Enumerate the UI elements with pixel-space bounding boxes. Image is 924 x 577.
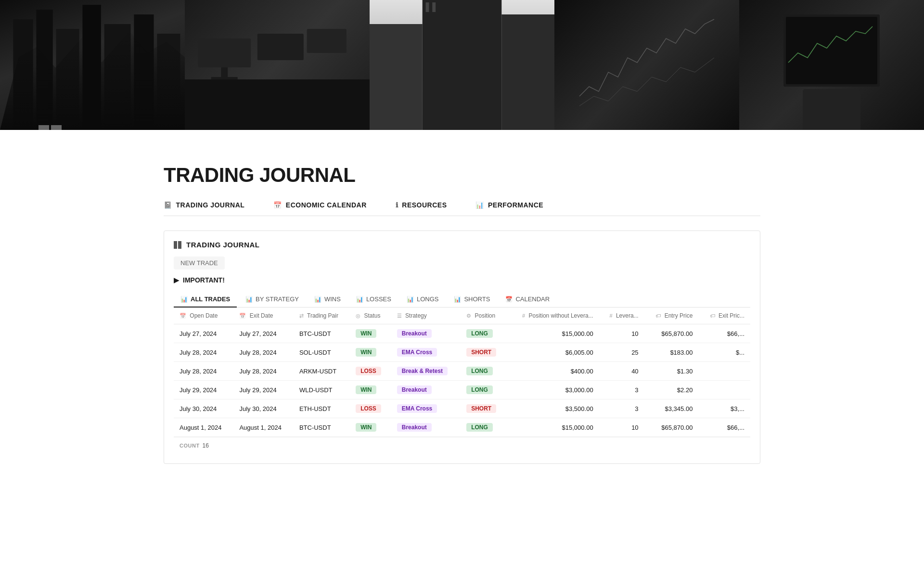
tab-all-trades[interactable]: 📊 ALL TRADES xyxy=(174,292,237,308)
svg-rect-13 xyxy=(423,0,502,130)
cell-leverage-2: 40 xyxy=(599,362,644,381)
nav-label-journal: TRADING JOURNAL xyxy=(176,201,245,209)
svg-rect-20 xyxy=(803,89,860,130)
cell-leverage-3: 3 xyxy=(599,381,644,399)
cell-strategy-5: Breakout xyxy=(391,418,461,437)
hero-panel-5 xyxy=(739,0,924,130)
col-exit-price[interactable]: 🏷 Exit Pric... xyxy=(698,308,750,324)
cell-status-0: WIN xyxy=(350,324,391,343)
cell-status-4: LOSS xyxy=(350,399,391,418)
triangle-icon: ▶ xyxy=(174,276,179,284)
cell-open-date-1: July 28, 2024 xyxy=(174,343,233,362)
svg-rect-12 xyxy=(185,79,370,130)
tab-by-strategy[interactable]: 📊 BY STRATEGY xyxy=(239,292,306,308)
tab-label-calendar: CALENDAR xyxy=(515,295,550,303)
tab-shorts[interactable]: 📊 SHORTS xyxy=(447,292,497,308)
cell-exit-price-5: $66,... xyxy=(698,418,750,437)
new-trade-button[interactable]: NEW TRADE xyxy=(174,256,225,269)
cell-status-1: WIN xyxy=(350,343,391,362)
nav-item-economic-calendar[interactable]: 📅 ECONOMIC CALENDAR xyxy=(273,201,366,216)
important-row[interactable]: ▶ IMPORTANT! xyxy=(174,276,750,284)
cell-trading-pair-1: SOL-USDT xyxy=(294,343,350,362)
tab-wins[interactable]: 📊 WINS xyxy=(308,292,347,308)
nav-icon-calendar: 📅 xyxy=(273,201,282,209)
cell-leverage-5: 10 xyxy=(599,418,644,437)
col-icon-leverage: # xyxy=(609,313,612,319)
cell-status-5: WIN xyxy=(350,418,391,437)
tab-label-all-trades: ALL TRADES xyxy=(191,295,230,303)
cell-trading-pair-5: BTC-USDT xyxy=(294,418,350,437)
col-icon-exit-price: 🏷 xyxy=(710,313,715,319)
col-position[interactable]: ⚙ Position xyxy=(461,308,507,324)
count-label: COUNT xyxy=(180,443,200,449)
table-row[interactable]: August 1, 2024 August 1, 2024 BTC-USDT W… xyxy=(174,418,750,437)
cell-strategy-4: EMA Cross xyxy=(391,399,461,418)
col-strategy[interactable]: ☰ Strategy xyxy=(391,308,461,324)
cell-entry-price-5: $65,870.00 xyxy=(644,418,699,437)
svg-rect-5 xyxy=(134,14,154,130)
tab-icon-calendar: 📅 xyxy=(505,296,513,303)
new-trade-label: NEW TRADE xyxy=(180,259,218,267)
page-content: TRADING JOURNAL 📓 TRADING JOURNAL 📅 ECON… xyxy=(125,130,799,483)
table-row[interactable]: July 30, 2024 July 30, 2024 ETH-USDT LOS… xyxy=(174,399,750,418)
cell-entry-price-3: $2.20 xyxy=(644,381,699,399)
col-icon-status: ◎ xyxy=(356,313,360,319)
cell-pos-wo-lev-2: $400.00 xyxy=(507,362,599,381)
cell-exit-date-5: August 1, 2024 xyxy=(233,418,293,437)
cell-pos-wo-lev-3: $3,000.00 xyxy=(507,381,599,399)
svg-rect-9 xyxy=(211,77,238,79)
svg-rect-11 xyxy=(307,29,346,53)
table-row[interactable]: July 28, 2024 July 28, 2024 SOL-USDT WIN… xyxy=(174,343,750,362)
cell-exit-price-0: $66,... xyxy=(698,324,750,343)
svg-rect-4 xyxy=(104,24,131,130)
col-status[interactable]: ◎ Status xyxy=(350,308,391,324)
journal-header: TRADING JOURNAL xyxy=(174,241,750,249)
nav-item-trading-journal[interactable]: 📓 TRADING JOURNAL xyxy=(164,201,244,216)
cell-exit-date-1: July 28, 2024 xyxy=(233,343,293,362)
tab-icon-wins: 📊 xyxy=(314,296,321,303)
col-entry-price[interactable]: 🏷 Entry Price xyxy=(644,308,699,324)
table-row[interactable]: July 29, 2024 July 29, 2024 WLD-USDT WIN… xyxy=(174,381,750,399)
cell-position-2: LONG xyxy=(461,362,507,381)
col-icon-entry-price: 🏷 xyxy=(655,313,661,319)
cell-strategy-3: Breakout xyxy=(391,381,461,399)
table-row[interactable]: July 27, 2024 July 27, 2024 BTC-USDT WIN… xyxy=(174,324,750,343)
tab-losses[interactable]: 📊 LOSSES xyxy=(349,292,398,308)
nav-icon-journal: 📓 xyxy=(164,201,172,209)
nav-label-calendar: ECONOMIC CALENDAR xyxy=(286,201,367,209)
count-value: 16 xyxy=(203,442,209,449)
tab-label-by-strategy: BY STRATEGY xyxy=(256,295,299,303)
hero-panel-4 xyxy=(554,0,739,130)
cell-position-1: SHORT xyxy=(461,343,507,362)
hero-panel-2 xyxy=(185,0,370,130)
col-exit-date[interactable]: 📅 Exit Date xyxy=(233,308,293,324)
cell-pos-wo-lev-5: $15,000.00 xyxy=(507,418,599,437)
tab-icon-shorts: 📊 xyxy=(454,296,461,303)
cell-open-date-5: August 1, 2024 xyxy=(174,418,233,437)
cell-entry-price-0: $65,870.00 xyxy=(644,324,699,343)
svg-rect-8 xyxy=(221,67,228,77)
table-row[interactable]: July 28, 2024 July 28, 2024 ARKM-USDT LO… xyxy=(174,362,750,381)
tab-calendar[interactable]: 📅 CALENDAR xyxy=(499,292,556,308)
tabs-container: 📊 ALL TRADES 📊 BY STRATEGY 📊 WINS 📊 LOSS… xyxy=(174,292,750,308)
hero-panel-3 xyxy=(370,0,554,130)
cell-entry-price-4: $3,345.00 xyxy=(644,399,699,418)
cell-position-4: SHORT xyxy=(461,399,507,418)
cell-open-date-3: July 29, 2024 xyxy=(174,381,233,399)
tab-longs[interactable]: 📊 LONGS xyxy=(400,292,446,308)
col-open-date[interactable]: 📅 Open Date xyxy=(174,308,233,324)
col-icon-open-date: 📅 xyxy=(180,313,186,319)
col-leverage[interactable]: # Levera... xyxy=(599,308,644,324)
col-icon-strategy: ☰ xyxy=(397,313,402,319)
cell-entry-price-1: $183.00 xyxy=(644,343,699,362)
svg-rect-3 xyxy=(82,5,101,130)
col-position-wo-leverage[interactable]: # Position without Levera... xyxy=(507,308,599,324)
cell-trading-pair-2: ARKM-USDT xyxy=(294,362,350,381)
col-trading-pair[interactable]: ⇄ Trading Pair xyxy=(294,308,350,324)
cell-position-3: LONG xyxy=(461,381,507,399)
nav-item-performance[interactable]: 📊 PERFORMANCE xyxy=(475,201,543,216)
cell-exit-date-2: July 28, 2024 xyxy=(233,362,293,381)
cell-leverage-0: 10 xyxy=(599,324,644,343)
cell-pos-wo-lev-0: $15,000.00 xyxy=(507,324,599,343)
nav-item-resources[interactable]: ℹ RESOURCES xyxy=(396,201,447,216)
